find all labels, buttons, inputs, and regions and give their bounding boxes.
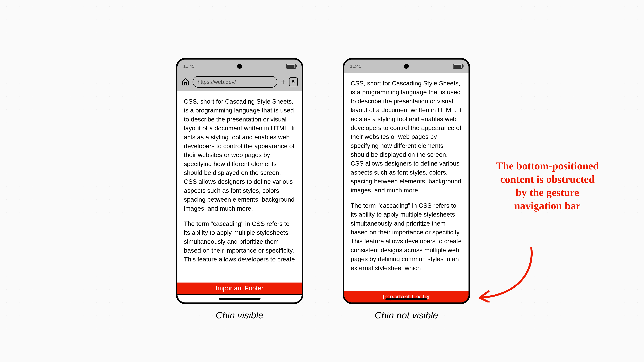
page-content: CSS, short for Cascading Style Sheets, i…: [178, 91, 302, 304]
camera-dot-icon: [404, 64, 409, 69]
caption-chin-not-visible: Chin not visible: [342, 310, 470, 321]
status-bar: 11:45: [344, 59, 468, 73]
url-text: https://web.dev/: [198, 79, 236, 85]
browser-toolbar: https://web.dev/ + 5: [178, 73, 302, 91]
important-footer[interactable]: Important Footer: [178, 283, 302, 294]
new-tab-icon[interactable]: +: [280, 77, 286, 87]
paragraph-2: The term "cascading" in CSS refers to it…: [184, 219, 295, 264]
page-content: CSS, short for Cascading Style Sheets, i…: [344, 73, 468, 304]
paragraph-2: The term "cascading" in CSS refers to it…: [351, 201, 462, 272]
url-input[interactable]: https://web.dev/: [192, 76, 278, 88]
important-footer[interactable]: Important Footer: [344, 291, 468, 303]
gesture-bar-icon: [219, 298, 260, 300]
battery-icon: [453, 64, 463, 69]
tab-count-button[interactable]: 5: [289, 77, 298, 86]
annotation-arrow-icon: [473, 245, 541, 303]
footer-label: Important Footer: [216, 285, 264, 292]
phone-mockup-chin-visible: 11:45 https://web.dev/ + 5 CSS, short fo…: [176, 58, 303, 304]
status-bar: 11:45: [178, 59, 302, 73]
chin-divider: [178, 294, 302, 295]
tab-count-value: 5: [292, 79, 295, 84]
phone-mockup-chin-not-visible: 11:45 CSS, short for Cascading Style She…: [342, 58, 470, 304]
battery-icon: [286, 64, 296, 69]
annotation-text: The bottom-positioned content is obstruc…: [494, 159, 600, 212]
home-icon[interactable]: [181, 78, 190, 86]
paragraph-1: CSS, short for Cascading Style Sheets, i…: [351, 79, 462, 195]
camera-dot-icon: [237, 64, 242, 69]
paragraph-1: CSS, short for Cascading Style Sheets, i…: [184, 97, 295, 213]
status-time: 11:45: [183, 64, 194, 69]
status-time: 11:45: [350, 64, 361, 69]
caption-chin-visible: Chin visible: [176, 310, 303, 321]
diagram-stage: 11:45 https://web.dev/ + 5 CSS, short fo…: [0, 0, 644, 362]
gesture-bar-icon: [386, 298, 427, 300]
